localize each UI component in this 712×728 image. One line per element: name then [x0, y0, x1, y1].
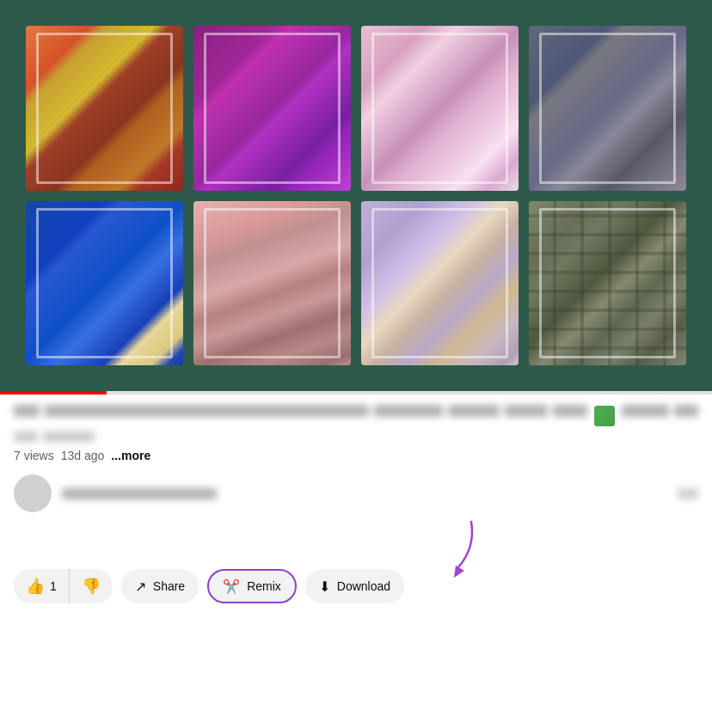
share-button[interactable]: ↗ Share [121, 569, 199, 603]
thumbnail-6[interactable] [193, 201, 351, 366]
like-count: 1 [50, 579, 57, 593]
thumbnail-7[interactable] [361, 201, 519, 366]
more-button[interactable]: ...more [111, 449, 150, 462]
thumbs-down-icon: 👎 [82, 577, 101, 596]
share-label: Share [153, 579, 185, 593]
thumbnail-2[interactable] [193, 26, 351, 191]
download-label: Download [337, 579, 390, 593]
views-text: 7 views [14, 449, 54, 462]
channel-avatar[interactable] [14, 474, 52, 512]
download-button[interactable]: ⬇ Download [305, 569, 404, 603]
remix-icon: ✂️ [223, 578, 240, 595]
meta-line: 7 views 13d ago ...more [14, 449, 698, 462]
thumbnail-4[interactable] [529, 26, 686, 191]
video-info-section: 7 views 13d ago ...more [0, 395, 712, 462]
arrow-annotation [0, 526, 712, 569]
share-icon: ↗ [135, 578, 146, 595]
thumbnail-5[interactable] [26, 201, 183, 366]
sub-count [678, 488, 698, 499]
dislike-section[interactable]: 👎 [70, 569, 113, 603]
title-badge [594, 406, 615, 426]
video-grid-section [0, 0, 712, 391]
channel-row [0, 474, 712, 512]
progress-bar-fill [0, 391, 107, 395]
like-dislike-button[interactable]: 👍 1 👎 [14, 569, 113, 603]
actions-row: 👍 1 👎 ↗ Share ✂️ Remix ⬇ Download [0, 569, 712, 603]
thumbs-up-icon: 👍 [26, 577, 45, 596]
thumbnail-1[interactable] [26, 26, 183, 191]
progress-bar-container[interactable] [0, 391, 712, 395]
title-placeholder [14, 405, 587, 422]
thumbnail-grid [0, 0, 712, 391]
title-area [14, 405, 698, 426]
thumbnail-8[interactable] [529, 201, 686, 366]
remix-label: Remix [247, 579, 281, 593]
download-icon: ⬇ [319, 578, 330, 595]
thumbnail-3[interactable] [361, 26, 519, 191]
like-section[interactable]: 👍 1 [14, 569, 70, 603]
time-ago-text: 13d ago [61, 449, 105, 462]
remix-button[interactable]: ✂️ Remix [207, 569, 297, 603]
